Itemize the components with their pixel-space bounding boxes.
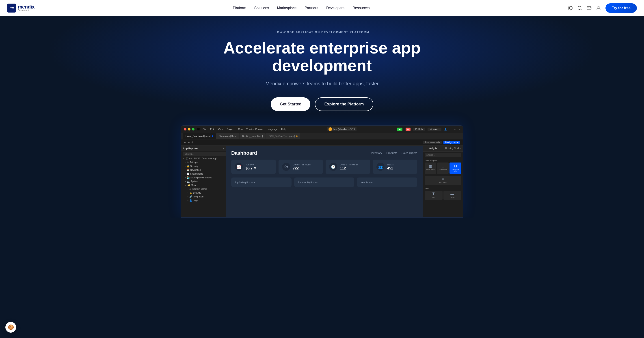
card-top-selling: Top Selling Products xyxy=(231,178,292,187)
menu-view[interactable]: View xyxy=(218,128,224,130)
svg-point-2 xyxy=(578,6,581,9)
globe-icon[interactable] xyxy=(568,5,573,10)
tab-building-blocks[interactable]: Building Blocks xyxy=(443,146,463,151)
font-indicator: Lato (Main line) · 9.19 xyxy=(327,127,356,131)
widget-grid: ▦ Data View ⊞ Data Grid ⊟ Template Grid xyxy=(423,163,463,176)
data-view-icon: ▦ xyxy=(429,164,432,168)
tree-item-main[interactable]: ▼ 📁 Main xyxy=(181,183,226,187)
svg-point-4 xyxy=(598,6,600,7)
run-button[interactable]: ▶ xyxy=(397,128,402,131)
studio-window: ⊞ File Edit View Project Run Version Con… xyxy=(181,125,463,218)
tree-item-integration[interactable]: ○ 🔗 Integration xyxy=(181,195,226,199)
widget-text[interactable]: T Text xyxy=(425,191,442,200)
toolbox-search[interactable] xyxy=(425,153,461,157)
logo[interactable]: mx mendix Go make it xyxy=(7,3,34,12)
menu-edit[interactable]: Edit xyxy=(210,128,214,130)
settings-icon[interactable]: ⚙ xyxy=(191,141,194,144)
get-started-button[interactable]: Get Started xyxy=(271,97,310,111)
tab-och-getcardtype[interactable]: OCH_GetCardType [main] xyxy=(266,133,300,139)
redo-icon[interactable]: ↪ xyxy=(188,141,190,144)
nav-solutions[interactable]: Solutions xyxy=(254,6,269,10)
widget-data-grid[interactable]: ⊞ Data Grid xyxy=(437,163,449,174)
maximize-dot[interactable] xyxy=(192,128,194,130)
user-icon[interactable] xyxy=(596,5,601,10)
publish-button[interactable]: Publish xyxy=(413,128,425,131)
list-view-icon: ≡ xyxy=(442,177,444,181)
minimize-dot[interactable] xyxy=(188,128,190,130)
tagline: Go make it xyxy=(18,9,34,12)
tab-booking-view[interactable]: Booking_view [Main] xyxy=(240,133,266,139)
tree-item-security-main[interactable]: ○ 🔒 Security xyxy=(181,191,226,195)
tab-home-dashboard[interactable]: Home_Dashboard [main] xyxy=(183,133,216,139)
tree-item-domain-model[interactable]: ○ 🗂 Domain Model xyxy=(181,187,226,191)
tab-widgets[interactable]: Widgets xyxy=(423,146,443,151)
nav-partners[interactable]: Partners xyxy=(305,6,318,10)
menu-bar: File Edit View Project Run Version Contr… xyxy=(202,128,286,130)
view-app-button[interactable]: View App xyxy=(428,128,442,131)
tree-item-app[interactable]: ▼ 📱 App 'MXW - Consumer App' xyxy=(181,157,226,160)
tree-item-navigation[interactable]: ○ 🏠 Navigation xyxy=(181,168,226,172)
toolbox: Widgets Building Blocks Data Widgets ▦ D… xyxy=(422,146,463,217)
stat-waitlist: 👥 Waitlist 451 xyxy=(373,160,418,174)
bottom-cards: Top Selling Products Turnover By Product… xyxy=(231,178,417,187)
app-explorer: App Explorer ⊿ ▼ 📱 App 'MXW - Consumer A… xyxy=(181,146,226,217)
turnover-label: Turnover xyxy=(246,163,256,166)
tree-item-settings[interactable]: ○ ⚙ Settings xyxy=(181,160,226,164)
menu-language[interactable]: Language xyxy=(267,128,278,130)
dash-nav-products[interactable]: Products xyxy=(386,152,397,155)
avatar-icon: 👤 xyxy=(444,128,447,130)
design-mode-button[interactable]: Design mode xyxy=(444,141,460,144)
menu-project[interactable]: Project xyxy=(227,128,234,130)
tab-label: Booking_view [Main] xyxy=(242,135,263,137)
undo-icon[interactable]: ↩ xyxy=(184,141,186,144)
card-new-product: New Product xyxy=(357,178,417,187)
studio-mockup: ⊞ File Edit View Project Run Version Con… xyxy=(0,125,644,218)
tab-showroom[interactable]: Showroom [Main] xyxy=(216,133,239,139)
sidebar-search[interactable] xyxy=(183,152,226,156)
font-dot xyxy=(328,127,332,131)
sidebar-title: App Explorer xyxy=(183,147,198,150)
logo-box: mx xyxy=(7,3,16,12)
tree-item-login[interactable]: ○ 👤 Login xyxy=(181,199,226,202)
mail-icon[interactable] xyxy=(587,5,592,10)
data-widgets-section: Data Widgets xyxy=(423,158,463,163)
stat-orders-month: 🛍 Orders This Month 722 xyxy=(278,160,323,174)
explore-platform-button[interactable]: Explore the Platform xyxy=(315,97,373,111)
nav-marketplace[interactable]: Marketplace xyxy=(277,6,296,10)
stop-button[interactable]: ■ xyxy=(406,128,410,131)
hero-subtitle: Mendix empowers teams to build better ap… xyxy=(265,81,378,87)
tree-item-system-texts[interactable]: ○ 📄 System texts xyxy=(181,172,226,176)
hero-title: Accelerate enterprise app development xyxy=(221,39,423,74)
window-minimize-icon[interactable]: － xyxy=(450,128,452,131)
widget-template-grid[interactable]: ⊟ Template Grid xyxy=(450,163,461,174)
try-free-button[interactable]: Try for free xyxy=(606,3,637,13)
dash-nav-inventory[interactable]: Inventory xyxy=(371,152,382,155)
search-icon[interactable] xyxy=(577,5,582,10)
tree-item-security[interactable]: ○ 🔒 Security xyxy=(181,164,226,168)
menu-version-control[interactable]: Version Control xyxy=(246,128,263,130)
widget-data-view[interactable]: ▦ Data View xyxy=(425,163,436,174)
tab-label: OCH_GetCardType [main] xyxy=(269,135,295,137)
menu-file[interactable]: File xyxy=(202,128,206,130)
nav-resources[interactable]: Resources xyxy=(352,6,370,10)
title-bar: ⊞ File Edit View Project Run Version Con… xyxy=(181,126,463,133)
navbar: mx mendix Go make it Platform Solutions … xyxy=(0,0,644,16)
stat-turnover: 📈 Turnover $6.7 M xyxy=(231,160,276,174)
dash-nav-sales[interactable]: Sales Orders xyxy=(402,152,417,155)
orders-week-label: Orders This Week xyxy=(340,163,358,166)
close-dot[interactable] xyxy=(184,128,186,130)
label-icon: ▬ xyxy=(450,192,454,196)
menu-help[interactable]: Help xyxy=(281,128,286,130)
filter-icon[interactable]: ⊿ xyxy=(222,147,224,150)
nav-platform[interactable]: Platform xyxy=(233,6,246,10)
tree-item-system[interactable]: ▶ 💻 System xyxy=(181,180,226,183)
widget-label[interactable]: ▬ Label xyxy=(444,191,462,200)
menu-run[interactable]: Run xyxy=(238,128,243,130)
widget-list-view[interactable]: ≡ List View xyxy=(425,176,461,185)
orders-week-icon: 🕐 xyxy=(329,163,337,171)
tree-item-marketplace-modules[interactable]: ▶ 🏪 Marketplace modules xyxy=(181,176,226,180)
nav-developers[interactable]: Developers xyxy=(326,6,344,10)
window-close-icon[interactable]: ✕ xyxy=(458,128,460,130)
structure-mode-button[interactable]: Structure mode xyxy=(423,141,442,144)
window-maximize-icon[interactable]: □ xyxy=(454,128,456,130)
